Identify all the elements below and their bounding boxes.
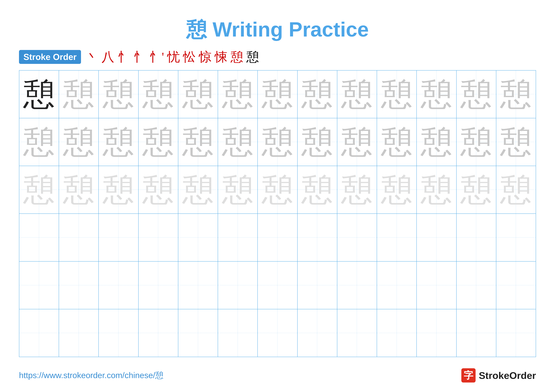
practice-grid: 憩 憩 憩 憩 憩 憩 憩 憩 憩 憩 憩 憩 憩 憩 憩 憩 憩 憩 憩 憩 … (19, 70, 536, 357)
grid-cell-3-11[interactable]: 憩 (417, 166, 456, 214)
grid-cell-6-2[interactable] (59, 309, 99, 357)
grid-cell-4-12[interactable] (457, 214, 496, 261)
grid-cell-2-10[interactable]: 憩 (377, 118, 417, 166)
grid-cell-5-4[interactable] (139, 262, 178, 309)
grid-cell-4-1[interactable] (19, 214, 59, 261)
grid-cell-3-6[interactable]: 憩 (218, 166, 258, 214)
stroke-step-11: 憩 (246, 51, 259, 63)
grid-cell-5-13[interactable] (496, 262, 536, 309)
grid-cell-5-11[interactable] (417, 262, 456, 309)
grid-cell-2-3[interactable]: 憩 (99, 118, 139, 166)
char-medium: 憩 (381, 78, 413, 110)
grid-cell-4-7[interactable] (258, 214, 297, 261)
grid-cell-4-9[interactable] (337, 214, 377, 261)
grid-cell-1-5[interactable]: 憩 (178, 71, 218, 118)
grid-cell-1-4[interactable]: 憩 (139, 71, 178, 118)
grid-cell-3-1[interactable]: 憩 (19, 166, 59, 214)
grid-cell-3-13[interactable]: 憩 (496, 166, 536, 214)
grid-cell-1-2[interactable]: 憩 (59, 71, 99, 118)
grid-cell-1-6[interactable]: 憩 (218, 71, 258, 118)
grid-row-6 (19, 309, 536, 357)
grid-cell-5-10[interactable] (377, 262, 417, 309)
grid-cell-6-1[interactable] (19, 309, 59, 357)
grid-cell-6-6[interactable] (218, 309, 258, 357)
grid-cell-2-9[interactable]: 憩 (337, 118, 377, 166)
grid-cell-3-3[interactable]: 憩 (99, 166, 139, 214)
grid-cell-6-7[interactable] (258, 309, 297, 357)
stroke-order-badge: Stroke Order (19, 50, 81, 64)
grid-cell-1-12[interactable]: 憩 (457, 71, 496, 118)
page-title: 憩 Writing Practice (0, 0, 555, 50)
grid-cell-4-11[interactable] (417, 214, 456, 261)
char-light: 憩 (222, 174, 254, 206)
stroke-step-5: 忄' (149, 51, 164, 63)
grid-cell-2-1[interactable]: 憩 (19, 118, 59, 166)
grid-cell-3-9[interactable]: 憩 (337, 166, 377, 214)
grid-cell-5-12[interactable] (457, 262, 496, 309)
grid-cell-5-6[interactable] (218, 262, 258, 309)
grid-cell-4-8[interactable] (298, 214, 337, 261)
grid-cell-3-8[interactable]: 憩 (298, 166, 337, 214)
grid-cell-1-1[interactable]: 憩 (19, 71, 59, 118)
grid-cell-4-13[interactable] (496, 214, 536, 261)
grid-cell-3-7[interactable]: 憩 (258, 166, 297, 214)
grid-cell-3-2[interactable]: 憩 (59, 166, 99, 214)
grid-cell-2-7[interactable]: 憩 (258, 118, 297, 166)
grid-cell-3-5[interactable]: 憩 (178, 166, 218, 214)
grid-cell-2-4[interactable]: 憩 (139, 118, 178, 166)
grid-cell-2-8[interactable]: 憩 (298, 118, 337, 166)
grid-cell-6-9[interactable] (337, 309, 377, 357)
grid-cell-5-2[interactable] (59, 262, 99, 309)
grid-cell-2-6[interactable]: 憩 (218, 118, 258, 166)
grid-cell-3-10[interactable]: 憩 (377, 166, 417, 214)
char-medium: 憩 (460, 78, 492, 110)
grid-cell-6-8[interactable] (298, 309, 337, 357)
grid-cell-2-11[interactable]: 憩 (417, 118, 456, 166)
grid-cell-6-11[interactable] (417, 309, 456, 357)
stroke-step-2: 八 (102, 51, 114, 63)
stroke-step-7: 忪 (183, 51, 196, 63)
grid-cell-4-4[interactable] (139, 214, 178, 261)
grid-cell-3-12[interactable]: 憩 (457, 166, 496, 214)
stroke-step-3: 忄 (117, 51, 130, 63)
footer: https://www.strokeorder.com/chinese/憩 字 … (19, 368, 536, 383)
grid-cell-1-11[interactable]: 憩 (417, 71, 456, 118)
grid-cell-5-1[interactable] (19, 262, 59, 309)
grid-cell-6-10[interactable] (377, 309, 417, 357)
grid-cell-5-9[interactable] (337, 262, 377, 309)
grid-cell-5-5[interactable] (178, 262, 218, 309)
char-dark: 憩 (23, 78, 55, 110)
grid-cell-4-5[interactable] (178, 214, 218, 261)
char-medium: 憩 (460, 126, 492, 158)
grid-cell-2-13[interactable]: 憩 (496, 118, 536, 166)
grid-cell-4-3[interactable] (99, 214, 139, 261)
grid-cell-6-4[interactable] (139, 309, 178, 357)
grid-cell-2-2[interactable]: 憩 (59, 118, 99, 166)
footer-url[interactable]: https://www.strokeorder.com/chinese/憩 (19, 370, 163, 381)
grid-cell-1-9[interactable]: 憩 (337, 71, 377, 118)
grid-cell-6-12[interactable] (457, 309, 496, 357)
char-medium: 憩 (182, 78, 214, 110)
grid-cell-1-7[interactable]: 憩 (258, 71, 297, 118)
char-medium: 憩 (222, 78, 254, 110)
grid-cell-1-13[interactable]: 憩 (496, 71, 536, 118)
char-light: 憩 (142, 174, 174, 206)
grid-cell-2-5[interactable]: 憩 (178, 118, 218, 166)
grid-cell-4-10[interactable] (377, 214, 417, 261)
grid-cell-4-6[interactable] (218, 214, 258, 261)
grid-cell-6-5[interactable] (178, 309, 218, 357)
grid-cell-6-3[interactable] (99, 309, 139, 357)
grid-cell-5-3[interactable] (99, 262, 139, 309)
grid-cell-5-7[interactable] (258, 262, 297, 309)
grid-cell-1-10[interactable]: 憩 (377, 71, 417, 118)
char-medium: 憩 (63, 126, 95, 158)
grid-cell-3-4[interactable]: 憩 (139, 166, 178, 214)
grid-cell-1-3[interactable]: 憩 (99, 71, 139, 118)
char-medium: 憩 (262, 78, 293, 110)
grid-cell-5-8[interactable] (298, 262, 337, 309)
stroke-order-row: Stroke Order 丶 八 忄 忄 忄' 忧 忪 惊 悚 憩 憩 (0, 50, 555, 64)
grid-cell-2-12[interactable]: 憩 (457, 118, 496, 166)
grid-cell-4-2[interactable] (59, 214, 99, 261)
grid-cell-1-8[interactable]: 憩 (298, 71, 337, 118)
grid-cell-6-13[interactable] (496, 309, 536, 357)
